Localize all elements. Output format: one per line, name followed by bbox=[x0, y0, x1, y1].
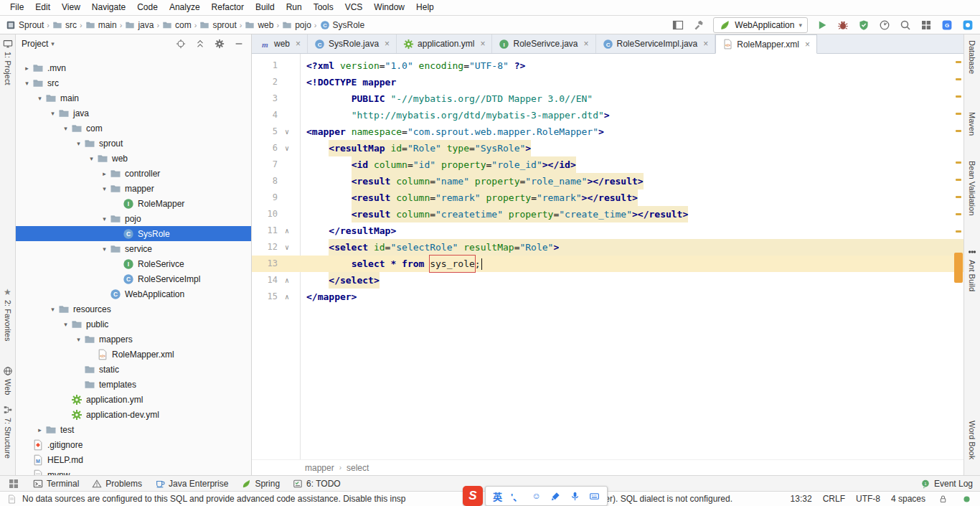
tree-item-sysrole[interactable]: CSysRole bbox=[16, 226, 251, 241]
tab-rolemapper.xml[interactable]: </>RoleMapper.xml× bbox=[715, 34, 817, 54]
breadcrumb-web[interactable]: web bbox=[245, 20, 273, 30]
breadcrumb-pojo[interactable]: pojo bbox=[282, 20, 311, 30]
tab-roleserivce.java[interactable]: IRoleSerivce.java× bbox=[492, 34, 595, 53]
stripe-button-bean-validation[interactable]: Bean Validation bbox=[964, 161, 980, 215]
menu-item-refactor[interactable]: Refactor bbox=[206, 0, 250, 15]
stripe-button-web[interactable]: Web bbox=[0, 366, 15, 395]
caret-position-widget[interactable]: 13:32 bbox=[791, 494, 812, 504]
editor-breadcrumb-mapper[interactable]: mapper bbox=[305, 463, 334, 473]
tree-item-main[interactable]: ▾main bbox=[16, 90, 251, 106]
tree-item-controller[interactable]: ▸controller bbox=[16, 166, 251, 181]
stripe-button-2-favorites[interactable]: ★2: Favorites bbox=[0, 287, 15, 341]
tree-chevron-icon[interactable]: ▾ bbox=[60, 125, 71, 132]
run-button[interactable] bbox=[816, 19, 829, 32]
tree-chevron-icon[interactable]: ▾ bbox=[73, 140, 84, 147]
ime-punctuation-toggle[interactable]: '、 bbox=[511, 489, 522, 503]
hide-button[interactable] bbox=[232, 37, 245, 50]
coverage-button[interactable] bbox=[857, 19, 870, 32]
run-configuration-select[interactable]: WebApplication▾ bbox=[713, 17, 808, 33]
tree-item-roleserviceimpl[interactable]: CRoleServiceImpl bbox=[16, 271, 251, 286]
search-everywhere-button[interactable] bbox=[899, 19, 912, 32]
tree-item-public[interactable]: ▾public bbox=[16, 317, 251, 332]
stripe-button-maven[interactable]: Maven bbox=[964, 112, 980, 136]
tree-chevron-icon[interactable]: ▸ bbox=[99, 170, 110, 177]
ime-mic-button[interactable] bbox=[570, 491, 580, 502]
tree-item-.mvn[interactable]: ▸.mvn bbox=[16, 60, 251, 75]
warning-stripe-mark[interactable] bbox=[956, 61, 961, 63]
warning-stripe-mark[interactable] bbox=[956, 213, 961, 215]
warning-stripe-mark[interactable] bbox=[956, 230, 961, 233]
menu-item-navigate[interactable]: Navigate bbox=[86, 0, 131, 15]
menu-item-analyze[interactable]: Analyze bbox=[164, 0, 206, 15]
menu-item-tools[interactable]: Tools bbox=[308, 0, 339, 15]
code-editor[interactable]: 1<?xml version="1.0" encoding="UTF-8" ?>… bbox=[252, 54, 963, 459]
toolwindow-button-terminal[interactable]: Terminal bbox=[33, 479, 79, 489]
warning-stripe-mark[interactable] bbox=[956, 78, 961, 80]
line-separator-widget[interactable]: CRLF bbox=[823, 494, 845, 504]
warning-stripe-mark[interactable] bbox=[956, 113, 961, 115]
debug-button[interactable] bbox=[837, 19, 849, 32]
close-tab-icon[interactable]: × bbox=[480, 39, 485, 49]
tree-item-application-dev.yml[interactable]: application-dev.yml bbox=[16, 407, 251, 422]
ime-brush-button[interactable] bbox=[550, 491, 561, 502]
status-indicator-button[interactable] bbox=[960, 492, 973, 505]
tree-item-mappers[interactable]: ▾mappers bbox=[16, 332, 251, 347]
menu-item-build[interactable]: Build bbox=[250, 0, 281, 15]
breadcrumb-src[interactable]: src bbox=[52, 20, 77, 30]
view-layout-button[interactable] bbox=[920, 19, 933, 32]
tree-chevron-icon[interactable]: ▾ bbox=[22, 80, 32, 87]
warning-stripe-mark[interactable] bbox=[956, 95, 961, 98]
fold-toggle-icon[interactable]: ∨ bbox=[278, 123, 296, 140]
tree-chevron-icon[interactable]: ▸ bbox=[22, 65, 32, 72]
tree-chevron-icon[interactable]: ▾ bbox=[99, 245, 110, 253]
tree-item-application.yml[interactable]: application.yml bbox=[16, 392, 251, 407]
fold-toggle-icon[interactable]: ∨ bbox=[278, 239, 296, 256]
stripe-button-word-book[interactable]: Word Book bbox=[964, 421, 980, 459]
tab-application.yml[interactable]: application.yml× bbox=[397, 34, 492, 53]
profile-button[interactable] bbox=[878, 19, 891, 32]
tab-roleserviceimpl.java[interactable]: CRoleServiceImpl.java× bbox=[596, 34, 716, 53]
toolwindow-button-problems[interactable]: Problems bbox=[92, 479, 142, 489]
fold-toggle-icon[interactable]: ∧ bbox=[278, 289, 296, 305]
close-tab-icon[interactable]: × bbox=[703, 39, 708, 49]
menu-item-view[interactable]: View bbox=[56, 0, 86, 15]
encoding-widget[interactable]: UTF-8 bbox=[856, 494, 880, 504]
tree-item-pojo[interactable]: ▾pojo bbox=[16, 211, 251, 226]
restore-layout-button[interactable] bbox=[672, 19, 684, 32]
stripe-button-1-project[interactable]: 1: Project bbox=[0, 39, 15, 85]
menu-item-run[interactable]: Run bbox=[281, 0, 308, 15]
breadcrumb-main[interactable]: main bbox=[85, 20, 117, 30]
plugin-b-button[interactable] bbox=[961, 19, 974, 32]
toolwindow-button-spring[interactable]: Spring bbox=[241, 479, 280, 489]
tree-chevron-icon[interactable]: ▾ bbox=[99, 185, 110, 192]
tree-item-help.md[interactable]: MHELP.md bbox=[16, 452, 251, 467]
fold-toggle-icon[interactable]: ∧ bbox=[278, 222, 296, 239]
tab-sysrole.java[interactable]: CSysRole.java× bbox=[308, 34, 397, 53]
plugin-a-button[interactable]: G bbox=[941, 19, 953, 32]
sogou-logo[interactable]: S bbox=[463, 486, 483, 506]
warning-stripe-mark[interactable] bbox=[956, 179, 961, 181]
breadcrumb-java[interactable]: java bbox=[125, 20, 154, 30]
tree-chevron-icon[interactable]: ▾ bbox=[86, 155, 97, 162]
breadcrumb-sysrole[interactable]: CSysRole bbox=[320, 20, 365, 30]
settings-button[interactable] bbox=[213, 37, 226, 50]
tree-item-.gitignore[interactable]: .gitignore bbox=[16, 437, 251, 452]
tree-item-mapper[interactable]: ▾mapper bbox=[16, 181, 251, 196]
stripe-button-database[interactable]: Database bbox=[964, 40, 980, 74]
tree-item-rolemapper.xml[interactable]: </>RoleMapper.xml bbox=[16, 347, 251, 362]
tree-chevron-icon[interactable]: ▾ bbox=[34, 95, 45, 102]
build-hammer-button[interactable] bbox=[692, 19, 705, 32]
menu-item-file[interactable]: File bbox=[4, 0, 29, 15]
tree-chevron-icon[interactable]: ▾ bbox=[99, 215, 110, 222]
menu-item-code[interactable]: Code bbox=[131, 0, 164, 15]
menu-item-window[interactable]: Window bbox=[368, 0, 410, 15]
tree-item-roleserivce[interactable]: IRoleSerivce bbox=[16, 256, 251, 271]
toolwindow-button-event-log[interactable]: 1Event Log bbox=[920, 479, 973, 489]
tree-item-service[interactable]: ▾service bbox=[16, 241, 251, 256]
warning-stripe-mark[interactable] bbox=[956, 196, 961, 198]
breadcrumb-sprout[interactable]: Sprout bbox=[6, 20, 44, 30]
menu-item-edit[interactable]: Edit bbox=[29, 0, 56, 15]
project-panel-title[interactable]: Project bbox=[22, 39, 48, 49]
indent-widget[interactable]: 4 spaces bbox=[891, 494, 925, 504]
tree-item-com[interactable]: ▾com bbox=[16, 121, 251, 136]
